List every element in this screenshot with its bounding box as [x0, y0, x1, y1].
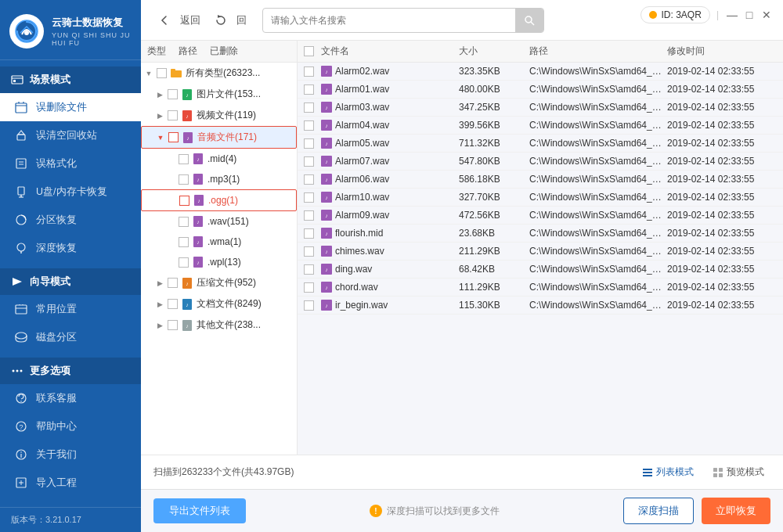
- bottom-bar: 扫描到263233个文件(共43.97GB) 列表模式 预览模式: [141, 455, 783, 489]
- file-checkbox-3[interactable]: [304, 120, 314, 131]
- file-row-4[interactable]: ♪ Alarm05.wav 711.32KB C:\Windows\WinSxS…: [298, 135, 783, 153]
- tree-item-3[interactable]: ▼♪音频文件(171): [141, 126, 297, 149]
- export-button[interactable]: 导出文件列表: [153, 498, 246, 523]
- file-date-7: 2019-02-14 02:33:55: [667, 192, 777, 203]
- tree-item-9[interactable]: ♪.wpl(13): [141, 252, 297, 272]
- search-button[interactable]: [515, 9, 543, 32]
- sidebar-item-support[interactable]: 联系客服: [0, 384, 141, 412]
- tree-item-10[interactable]: ▶♪压缩文件(952): [141, 272, 297, 293]
- tree-item-2[interactable]: ▶♪视频文件(119): [141, 105, 297, 126]
- file-checkbox-13[interactable]: [304, 300, 314, 311]
- file-row-9[interactable]: ♪ flourish.mid 23.68KB C:\Windows\WinSxS…: [298, 225, 783, 243]
- file-row-1[interactable]: ♪ Alarm01.wav 480.00KB C:\Windows\WinSxS…: [298, 81, 783, 99]
- tree-arrow-0: ▼: [144, 69, 153, 78]
- file-row-3[interactable]: ♪ Alarm04.wav 399.56KB C:\Windows\WinSxS…: [298, 117, 783, 135]
- file-path-6: C:\Windows\WinSxS\amd64_micr...: [529, 174, 667, 185]
- sidebar: 云骑士数据恢复 YUN QI SHI SHU JU HUI FU 场景模式 误删…: [0, 0, 141, 532]
- tree-item-0[interactable]: ▼所有类型(26323...: [141, 63, 297, 84]
- file-row-12[interactable]: ♪ chord.wav 111.29KB C:\Windows\WinSxS\a…: [298, 279, 783, 297]
- file-row-7[interactable]: ♪ Alarm10.wav 327.70KB C:\Windows\WinSxS…: [298, 189, 783, 207]
- file-checkbox-2[interactable]: [304, 102, 314, 113]
- back-button[interactable]: [153, 9, 175, 31]
- tree-checkbox-5[interactable]: [179, 174, 189, 185]
- sidebar-item-about[interactable]: 关于我们: [0, 440, 141, 469]
- tree-file-icon-12: ♪: [181, 319, 193, 332]
- file-checkbox-10[interactable]: [304, 246, 314, 257]
- sidebar-item-location[interactable]: 常用位置: [0, 295, 141, 323]
- sidebar-item-usb[interactable]: U盘/内存卡恢复: [0, 178, 141, 206]
- file-row-5[interactable]: ♪ Alarm07.wav 547.80KB C:\Windows\WinSxS…: [298, 153, 783, 171]
- file-row-11[interactable]: ♪ ding.wav 68.42KB C:\Windows\WinSxS\amd…: [298, 261, 783, 279]
- file-checkbox-5[interactable]: [304, 156, 314, 167]
- sidebar-item-recycle[interactable]: 误清空回收站: [0, 121, 141, 149]
- list-view-button[interactable]: 列表模式: [636, 463, 700, 481]
- tree-item-5[interactable]: ♪.mp3(1): [141, 169, 297, 189]
- tree-item-1[interactable]: ▶♪图片文件(153...: [141, 84, 297, 105]
- sidebar-item-deleted[interactable]: 误删除文件: [0, 93, 141, 121]
- recover-button[interactable]: 立即恢复: [702, 498, 770, 524]
- file-name-12: chord.wav: [335, 282, 378, 293]
- file-row-6[interactable]: ♪ Alarm06.wav 586.18KB C:\Windows\WinSxS…: [298, 171, 783, 189]
- tree-item-8[interactable]: ♪.wma(1): [141, 232, 297, 252]
- svg-point-24: [16, 332, 27, 339]
- file-icon-9: ♪: [321, 228, 332, 239]
- tree-item-12[interactable]: ▶♪其他文件(238...: [141, 315, 297, 336]
- svg-rect-9: [17, 135, 25, 140]
- svg-text:♪: ♪: [186, 92, 189, 98]
- svg-text:♪: ♪: [325, 303, 328, 308]
- tree-item-4[interactable]: ♪.mid(4): [141, 149, 297, 169]
- tree-checkbox-0[interactable]: [157, 68, 167, 78]
- header-checkbox[interactable]: [304, 46, 314, 56]
- maximize-button[interactable]: □: [742, 8, 756, 22]
- search-input[interactable]: [263, 10, 515, 31]
- tree-checkbox-8[interactable]: [179, 237, 189, 247]
- deep-scan-button[interactable]: 深度扫描: [623, 498, 694, 524]
- tree-item-11[interactable]: ▶♪文档文件(8249): [141, 293, 297, 315]
- file-row-10[interactable]: ♪ chimes.wav 211.29KB C:\Windows\WinSxS\…: [298, 243, 783, 261]
- file-checkbox-8[interactable]: [304, 210, 314, 221]
- file-checkbox-0[interactable]: [304, 66, 314, 77]
- minimize-button[interactable]: —: [725, 8, 739, 22]
- file-row-13[interactable]: ♪ ir_begin.wav 115.30KB C:\Windows\WinSx…: [298, 297, 783, 315]
- close-button[interactable]: ✕: [760, 8, 774, 22]
- recycle-icon: [14, 128, 28, 142]
- file-row-0[interactable]: ♪ Alarm02.wav 323.35KB C:\Windows\WinSxS…: [298, 63, 783, 81]
- file-checkbox-12[interactable]: [304, 282, 314, 293]
- tree-item-6[interactable]: ♪.ogg(1): [141, 189, 297, 211]
- tree-checkbox-9[interactable]: [179, 257, 189, 268]
- tree-checkbox-4[interactable]: [179, 154, 189, 164]
- sidebar-item-help[interactable]: ? 帮助中心: [0, 412, 141, 440]
- sidebar-item-format[interactable]: 误格式化: [0, 149, 141, 178]
- file-path-10: C:\Windows\WinSxS\amd64_micr...: [529, 246, 667, 257]
- file-row-8[interactable]: ♪ Alarm09.wav 472.56KB C:\Windows\WinSxS…: [298, 207, 783, 225]
- tree-checkbox-3[interactable]: [168, 132, 179, 142]
- tree-checkbox-10[interactable]: [168, 278, 178, 288]
- sidebar-item-import[interactable]: 导入工程: [0, 469, 141, 497]
- tree-file-icon-2: ♪: [181, 110, 193, 122]
- tree-checkbox-11[interactable]: [168, 299, 178, 309]
- file-checkbox-1[interactable]: [304, 84, 314, 95]
- preview-view-button[interactable]: 预览模式: [706, 463, 770, 481]
- file-row-2[interactable]: ♪ Alarm03.wav 347.25KB C:\Windows\WinSxS…: [298, 99, 783, 117]
- file-name-10: chimes.wav: [335, 246, 384, 257]
- sidebar-item-deep[interactable]: 深度恢复: [0, 234, 141, 262]
- tree-checkbox-7[interactable]: [179, 217, 189, 227]
- usb-icon: [14, 185, 28, 199]
- tree-checkbox-6[interactable]: [179, 196, 189, 206]
- tree-item-7[interactable]: ♪.wav(151): [141, 211, 297, 232]
- file-name-9: flourish.mid: [335, 228, 383, 239]
- tree-checkbox-2[interactable]: [168, 110, 178, 120]
- file-checkbox-9[interactable]: [304, 228, 314, 239]
- file-icon-0: ♪: [321, 66, 332, 77]
- file-checkbox-7[interactable]: [304, 192, 314, 203]
- tree-checkbox-1[interactable]: [168, 89, 178, 99]
- file-date-9: 2019-02-14 02:33:55: [667, 228, 777, 239]
- tree-checkbox-12[interactable]: [168, 320, 178, 330]
- file-checkbox-11[interactable]: [304, 264, 314, 275]
- refresh-button[interactable]: [210, 9, 232, 31]
- file-checkbox-4[interactable]: [304, 138, 314, 149]
- tree-label-8: .wma(1): [207, 236, 294, 247]
- sidebar-item-partition[interactable]: 分区恢复: [0, 206, 141, 234]
- file-checkbox-6[interactable]: [304, 174, 314, 185]
- sidebar-item-disk[interactable]: 磁盘分区: [0, 323, 141, 351]
